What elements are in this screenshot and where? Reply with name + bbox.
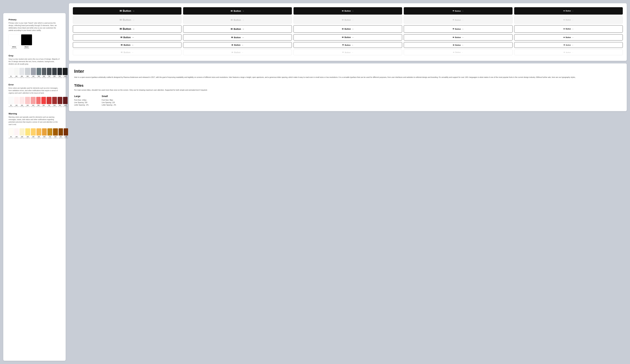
- left-panel: Primary Primary color is your main "bran…: [3, 13, 66, 361]
- button-outline-xl[interactable]: ✉ Button →: [73, 25, 182, 33]
- envelope-icon: ✉: [342, 36, 344, 38]
- envelope-icon: ✉: [231, 36, 233, 39]
- arrow-icon: →: [352, 10, 354, 12]
- button-disabled-outline-md[interactable]: ✉ Button →: [294, 49, 402, 55]
- large-letter-spacing: Letter Spacing: -2%: [74, 104, 88, 106]
- arrow-icon: →: [352, 19, 354, 21]
- black-swatch: Black #000000: [21, 34, 32, 49]
- typography-card: Inter Inter is a open-source typeface ar…: [69, 63, 627, 111]
- arrow-icon: →: [132, 36, 134, 39]
- button-disabled-xs[interactable]: ✉ Button →: [514, 16, 623, 24]
- button-solid-xl[interactable]: ✉ Button →: [73, 7, 182, 14]
- arrow-icon: →: [352, 36, 354, 38]
- arrow-icon: →: [352, 44, 354, 46]
- arrow-icon: →: [242, 51, 244, 54]
- arrow-icon: →: [242, 28, 244, 30]
- gray-800: 800 #383F45: [52, 68, 57, 78]
- gray-200: 200 #E5E7EA: [19, 68, 24, 78]
- arrow-icon: →: [462, 51, 463, 53]
- envelope-icon: ✉: [564, 51, 565, 53]
- warning-desc: Warning colors are typically used for el…: [8, 116, 60, 126]
- button-outline3-xl[interactable]: ✉ Button →: [73, 42, 182, 48]
- envelope-icon: ✉: [564, 44, 565, 46]
- large-spec: Large Font Size: 120px Line Spacing: 150…: [74, 95, 88, 106]
- button-outline-md[interactable]: ✉ Button →: [294, 25, 402, 33]
- gray-700: 700 #454C52: [47, 68, 52, 78]
- button-row-4: ✉ Button → ✉ Button → ✉ Button → ✉ Butto…: [73, 34, 623, 40]
- envelope-icon: ✉: [231, 19, 233, 21]
- arrow-icon: →: [572, 19, 574, 21]
- arrow-icon: →: [462, 44, 464, 46]
- envelope-icon: ✉: [453, 51, 454, 53]
- gray-500: 500 #67787E: [36, 68, 41, 78]
- button-disabled-lg[interactable]: ✉ Button →: [183, 16, 292, 24]
- arrow-icon: →: [572, 44, 574, 46]
- envelope-icon: ✉: [564, 36, 565, 38]
- button-outline3-md[interactable]: ✉ Button →: [294, 42, 402, 48]
- font-name-heading: Inter: [74, 69, 622, 74]
- arrow-icon: →: [572, 28, 574, 30]
- arrow-icon: →: [132, 44, 134, 46]
- envelope-icon: ✉: [453, 19, 454, 21]
- arrow-icon: →: [572, 51, 574, 53]
- primary-colors: White #FFFFFF Black #000000: [8, 34, 60, 49]
- button-solid-lg[interactable]: ✉ Button →: [183, 7, 292, 14]
- black-label: Black: [24, 46, 28, 48]
- button-disabled-xl[interactable]: ✉ Button →: [73, 16, 182, 24]
- button-outline2-xs[interactable]: ✉ Button →: [514, 34, 623, 40]
- button-outline2-sm[interactable]: ✉ Button →: [404, 34, 512, 40]
- button-outline-lg[interactable]: ✉ Button →: [183, 25, 292, 33]
- arrow-icon: →: [242, 19, 244, 21]
- primary-title: Primary: [8, 18, 60, 21]
- small-line-spacing: Line Spacing: 120: [102, 102, 116, 103]
- button-row-5: ✉ Button → ✉ Button → ✉ Button → ✉ Butto…: [73, 42, 623, 48]
- button-outline2-xl[interactable]: ✉ Button →: [73, 34, 182, 40]
- arrow-icon: →: [242, 44, 244, 46]
- button-disabled-outline-xs[interactable]: ✉ Button →: [514, 49, 623, 55]
- button-solid-sm[interactable]: ✉ Button →: [404, 7, 512, 14]
- gray-900: 900 #24292E: [58, 68, 62, 78]
- arrow-icon: →: [132, 51, 134, 54]
- gray-900-box: [58, 68, 62, 75]
- right-panel: ✉ Button → ✉ Button → ✉ Button → ✉ Butto…: [69, 3, 627, 361]
- button-disabled-outline-sm[interactable]: ✉ Button →: [404, 49, 512, 55]
- gray-100-box: [14, 68, 19, 75]
- envelope-icon: ✉: [453, 28, 454, 30]
- button-outline2-lg[interactable]: ✉ Button →: [183, 34, 292, 40]
- warning-scale: 50#FFFCF5 100#FEF4F5 200#FBF2CB 300#FDE5…: [8, 128, 60, 139]
- envelope-icon: ✉: [121, 44, 122, 46]
- gray-200-box: [19, 68, 24, 75]
- button-disabled-outline-xl[interactable]: ✉ Button →: [73, 49, 182, 55]
- button-outline-sm[interactable]: ✉ Button →: [404, 25, 512, 33]
- envelope-icon: ✉: [342, 19, 344, 21]
- button-outline3-lg[interactable]: ✉ Button →: [183, 42, 292, 48]
- button-solid-xs[interactable]: ✉ Button →: [514, 7, 623, 14]
- arrow-icon: →: [462, 19, 464, 21]
- button-disabled-outline-lg[interactable]: ✉ Button →: [183, 49, 292, 55]
- button-solid-md[interactable]: ✉ Button →: [294, 7, 402, 14]
- gray-scale: 50 #FAFAFA 100 #F6F7F5 200 #E5E7EA 300 #…: [8, 68, 60, 78]
- arrow-icon: →: [462, 28, 464, 30]
- envelope-icon: ✉: [120, 27, 122, 30]
- button-disabled-sm[interactable]: ✉ Button →: [404, 16, 512, 24]
- gray-700-box: [47, 68, 52, 75]
- gray-800-box: [52, 68, 57, 75]
- gray-500-box: [36, 68, 41, 75]
- gray-300-box: [25, 68, 30, 75]
- small-label: Small: [102, 95, 116, 98]
- white-color-box: [8, 34, 20, 45]
- gray-400-box: [31, 68, 36, 75]
- arrow-icon: →: [352, 28, 354, 30]
- primary-desc: Primary color is your main "brand" color…: [8, 22, 60, 32]
- button-outline3-xs[interactable]: ✉ Button →: [514, 42, 623, 48]
- button-disabled-md[interactable]: ✉ Button →: [294, 16, 402, 24]
- envelope-icon: ✉: [121, 51, 122, 54]
- gray-title: Gray: [8, 54, 60, 57]
- button-outline3-sm[interactable]: ✉ Button →: [404, 42, 512, 48]
- envelope-icon: ✉: [120, 18, 122, 21]
- warning-section: Warning Warning colors are typically use…: [8, 112, 60, 139]
- button-outline-xs[interactable]: ✉ Button →: [514, 25, 623, 33]
- envelope-icon: ✉: [342, 28, 344, 30]
- button-outline2-md[interactable]: ✉ Button →: [294, 34, 402, 40]
- envelope-icon: ✉: [231, 28, 233, 30]
